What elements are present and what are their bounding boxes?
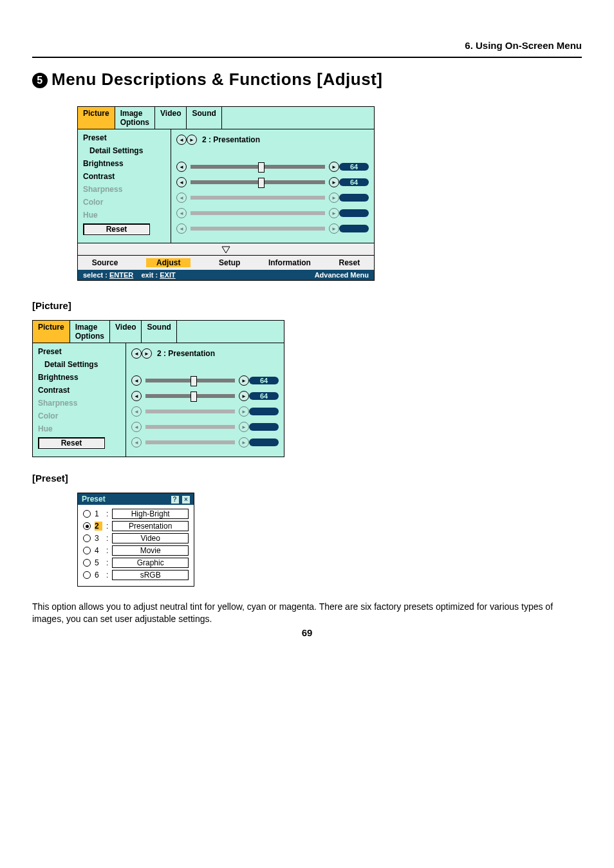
preset-label: Presentation <box>112 521 189 531</box>
contrast-value: 64 <box>339 178 369 186</box>
preset-number: 5 <box>95 558 102 567</box>
contrast-row: ◄ ► 64 <box>176 176 369 189</box>
contrast-slider[interactable] <box>191 180 325 184</box>
brightness-row: ◄ ► 64 <box>176 160 369 173</box>
tab-video[interactable]: Video <box>155 107 187 129</box>
help-icon[interactable]: ? <box>171 496 179 504</box>
tab-sound[interactable]: Sound <box>142 321 176 343</box>
tab-image-options[interactable]: ImageOptions <box>70 321 110 343</box>
title-text: Menu Descriptions & Functions [Adjust] <box>51 70 382 89</box>
menu-brightness[interactable]: Brightness <box>38 373 122 382</box>
radio-icon <box>83 571 91 579</box>
preset-option[interactable]: 5:Graphic <box>83 558 189 568</box>
arrow-left-icon: ◄ <box>176 223 187 234</box>
tab-picture[interactable]: Picture <box>33 321 70 343</box>
preset-number: 2 <box>95 522 102 531</box>
brightness-slider[interactable] <box>191 165 325 169</box>
hue-row: ◄ ► <box>176 222 369 235</box>
tab-image-options[interactable]: ImageOptions <box>115 107 155 129</box>
menu-detail-settings[interactable]: Detail Settings <box>38 360 122 369</box>
arrow-right-icon[interactable]: ► <box>239 391 249 401</box>
arrow-right-icon[interactable]: ► <box>239 375 249 386</box>
nav-source[interactable]: Source <box>92 258 118 267</box>
arrow-right-icon: ► <box>329 223 339 234</box>
menu-detail-settings[interactable]: Detail Settings <box>83 146 167 155</box>
nav-reset[interactable]: Reset <box>339 258 360 267</box>
page-number: 69 <box>0 627 614 638</box>
nav-information[interactable]: Information <box>268 258 311 267</box>
nav-setup[interactable]: Setup <box>219 258 240 267</box>
tab-picture[interactable]: Picture <box>78 107 115 129</box>
preset-label: High-Bright <box>112 509 189 519</box>
contrast-slider[interactable] <box>145 394 235 398</box>
menu-sharpness: Sharpness <box>38 399 122 408</box>
arrow-left-icon[interactable]: ◄ <box>131 348 142 359</box>
close-icon[interactable]: × <box>182 496 190 504</box>
nav-adjust[interactable]: Adjust <box>146 258 191 267</box>
menu-hue: Hue <box>38 424 122 433</box>
arrow-left-icon[interactable]: ◄ <box>176 177 187 187</box>
arrow-left-icon: ◄ <box>131 422 142 432</box>
down-arrow-icon <box>78 243 374 255</box>
arrow-left-icon[interactable]: ◄ <box>176 135 187 145</box>
preset-number: 1 <box>95 509 102 518</box>
preset-number: 4 <box>95 546 102 555</box>
radio-icon <box>83 547 91 554</box>
arrow-left-icon[interactable]: ◄ <box>131 391 142 401</box>
osd-adjust: Picture ImageOptions Video Sound Preset … <box>77 106 375 281</box>
reset-button[interactable]: Reset <box>83 223 150 235</box>
status-advanced: Advanced Menu <box>315 271 369 279</box>
osd-menu: Preset Detail Settings Brightness Contra… <box>78 129 171 243</box>
preset-dialog: Preset ? × 1:High-Bright2:Presentation3:… <box>77 493 194 587</box>
menu-brightness[interactable]: Brightness <box>83 159 167 168</box>
arrow-right-icon: ► <box>239 406 249 417</box>
status-select-key: ENTER <box>109 271 133 279</box>
radio-icon <box>83 559 91 567</box>
arrow-left-icon[interactable]: ◄ <box>176 162 187 172</box>
arrow-right-icon[interactable]: ► <box>329 162 339 172</box>
menu-contrast[interactable]: Contrast <box>38 386 122 395</box>
radio-icon <box>83 510 91 518</box>
page-title: 5Menu Descriptions & Functions [Adjust] <box>32 70 582 90</box>
sharpness-row: ◄ ► <box>176 191 369 204</box>
preset-label: Video <box>112 533 189 543</box>
menu-contrast[interactable]: Contrast <box>83 172 167 181</box>
arrow-left-icon: ◄ <box>176 193 187 203</box>
arrow-left-icon: ◄ <box>176 208 187 218</box>
preset-value: 2 : Presentation <box>157 349 215 358</box>
arrow-right-icon[interactable]: ► <box>187 135 197 145</box>
arrow-left-icon[interactable]: ◄ <box>131 375 142 386</box>
preset-value: 2 : Presentation <box>202 135 260 144</box>
contrast-value: 64 <box>249 392 279 400</box>
osd-menu: Preset Detail Settings Brightness Contra… <box>33 343 126 457</box>
section-header: 6. Using On-Screen Menu <box>465 40 582 51</box>
preset-option[interactable]: 1:High-Bright <box>83 509 189 519</box>
preset-label: Movie <box>112 545 189 556</box>
reset-button[interactable]: Reset <box>38 437 105 449</box>
preset-option[interactable]: 3:Video <box>83 533 189 543</box>
tab-sound[interactable]: Sound <box>187 107 221 129</box>
brightness-slider[interactable] <box>145 379 235 382</box>
menu-color: Color <box>83 198 167 207</box>
preset-option[interactable]: 2:Presentation <box>83 521 189 531</box>
bottom-nav: Source Adjust Setup Information Reset <box>78 255 374 270</box>
menu-preset[interactable]: Preset <box>83 133 167 142</box>
preset-dialog-title: Preset ? × <box>78 493 194 505</box>
arrow-right-icon[interactable]: ► <box>329 177 339 187</box>
subheading-preset: [Preset] <box>32 473 582 484</box>
arrow-right-icon: ► <box>239 422 249 432</box>
hue-slider <box>191 227 325 231</box>
radio-icon <box>83 534 91 542</box>
status-bar: select : ENTER exit : EXIT Advanced Menu <box>78 270 374 280</box>
hue-value <box>249 439 279 446</box>
menu-preset[interactable]: Preset <box>38 347 122 356</box>
preset-option[interactable]: 6:sRGB <box>83 570 189 580</box>
color-row: ◄ ► <box>176 207 369 220</box>
status-exit-label: exit : <box>142 271 158 279</box>
arrow-right-icon[interactable]: ► <box>142 348 152 359</box>
arrow-left-icon: ◄ <box>131 406 142 417</box>
color-value <box>249 423 279 431</box>
preset-option[interactable]: 4:Movie <box>83 545 189 556</box>
tab-video[interactable]: Video <box>110 321 142 343</box>
preset-number: 3 <box>95 534 102 543</box>
